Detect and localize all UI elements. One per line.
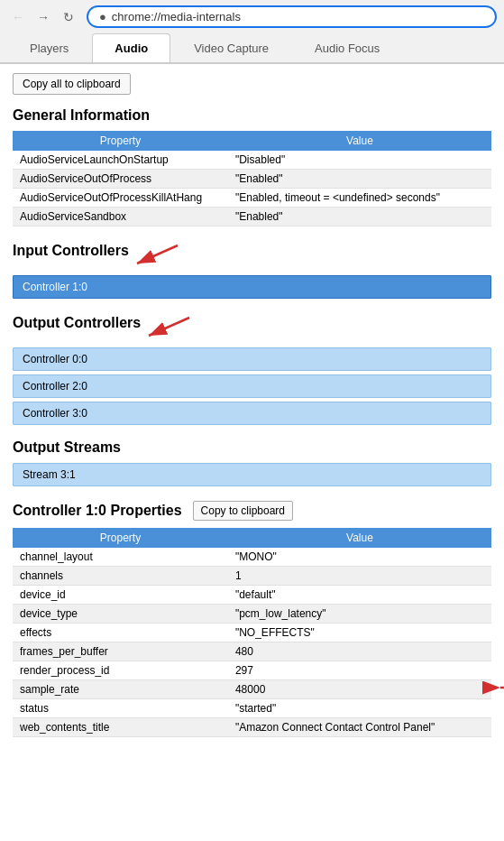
output-streams-heading: Output Streams <box>13 439 491 456</box>
value-cell: "NO_EFFECTS" <box>228 624 491 642</box>
property-cell: AudioServiceOutOfProcessKillAtHang <box>13 189 228 208</box>
table-row: device_id"default" <box>13 586 491 605</box>
value-cell: "pcm_low_latency" <box>228 605 491 624</box>
props-col-property: Property <box>13 528 228 548</box>
page-content: Copy all to clipboard General Informatio… <box>0 64 504 761</box>
output-controllers-heading: Output Controllers <box>13 315 141 331</box>
value-cell: "default" <box>228 586 491 605</box>
table-row: web_contents_title"Amazon Connect Contac… <box>13 718 491 737</box>
table-row: AudioServiceLaunchOnStartup"Disabled" <box>13 151 491 170</box>
property-cell: channel_layout <box>13 548 228 567</box>
table-row: channels1 <box>13 567 491 586</box>
table-row: AudioServiceOutOfProcess"Enabled" <box>13 170 491 189</box>
tab-players[interactable]: Players <box>7 33 91 62</box>
input-controllers-heading-row: Input Controllers <box>13 241 491 268</box>
tab-audio[interactable]: Audio <box>92 33 170 62</box>
props-title: Controller 1:0 Properties <box>13 503 182 519</box>
input-controller-item[interactable]: Controller 1:0 <box>13 275 491 299</box>
browser-toolbar: ← → ↻ ● <box>0 0 504 33</box>
output-streams-section: Output Streams Stream 3:1 <box>13 439 491 486</box>
table-row: render_process_id297 <box>13 661 491 680</box>
property-cell: AudioServiceLaunchOnStartup <box>13 151 228 170</box>
stream-item[interactable]: Stream 3:1 <box>13 463 491 486</box>
input-controllers-list: Controller 1:0 <box>13 275 491 299</box>
input-controllers-heading: Input Controllers <box>13 243 129 259</box>
property-cell: channels <box>13 567 228 586</box>
property-cell: render_process_id <box>13 661 228 680</box>
general-info-col-property: Property <box>13 131 228 151</box>
value-cell: "Enabled" <box>228 208 491 226</box>
output-controllers-arrow <box>144 313 198 340</box>
value-cell: "Enabled, timeout = <undefined> seconds" <box>228 189 491 208</box>
table-row: status"started" <box>13 699 491 718</box>
input-controllers-arrow <box>133 241 187 268</box>
property-cell: frames_per_buffer <box>13 642 228 661</box>
table-row: AudioServiceSandbox"Enabled" <box>13 208 491 226</box>
tab-audio-focus[interactable]: Audio Focus <box>292 33 402 62</box>
general-info-col-value: Value <box>228 131 491 151</box>
table-row: frames_per_buffer480 <box>13 642 491 661</box>
property-cell: device_id <box>13 586 228 605</box>
back-button[interactable]: ← <box>7 6 29 28</box>
value-cell: 48000 <box>228 680 491 699</box>
value-cell: 297 <box>228 661 491 680</box>
value-cell: "Disabled" <box>228 151 491 170</box>
general-info-section: General Information Property Value Audio… <box>13 107 491 226</box>
address-bar-container: ● <box>87 5 497 28</box>
property-cell: AudioServiceOutOfProcess <box>13 170 228 189</box>
property-cell: sample_rate <box>13 680 228 699</box>
output-controller-item[interactable]: Controller 0:0 <box>13 347 491 371</box>
copy-all-button[interactable]: Copy all to clipboard <box>13 73 131 95</box>
value-cell: 480 <box>228 642 491 661</box>
reload-button[interactable]: ↻ <box>58 6 79 28</box>
tab-bar: Players Audio Video Capture Audio Focus <box>0 33 504 63</box>
controller-props-table: Property Value channel_layout"MONO"chann… <box>13 528 491 737</box>
general-info-table: Property Value AudioServiceLaunchOnStart… <box>13 131 491 226</box>
sample-rate-arrow <box>496 679 504 697</box>
table-row: sample_rate48000 <box>13 680 491 699</box>
table-row: effects"NO_EFFECTS" <box>13 624 491 642</box>
tab-video-capture[interactable]: Video Capture <box>171 33 291 62</box>
value-cell: 1 <box>228 567 491 586</box>
table-row: device_type"pcm_low_latency" <box>13 605 491 624</box>
svg-line-3 <box>149 318 189 336</box>
property-cell: AudioServiceSandbox <box>13 208 228 226</box>
table-row: channel_layout"MONO" <box>13 548 491 567</box>
value-cell: "MONO" <box>228 548 491 567</box>
general-info-heading: General Information <box>13 107 491 124</box>
props-header: Controller 1:0 Properties Copy to clipbo… <box>13 501 491 521</box>
property-cell: effects <box>13 624 228 642</box>
value-cell: "Enabled" <box>228 170 491 189</box>
table-row: AudioServiceOutOfProcessKillAtHang"Enabl… <box>13 189 491 208</box>
input-controllers-section: Input Controllers Controller 1:0 <box>13 241 491 299</box>
forward-button[interactable]: → <box>32 6 54 28</box>
nav-buttons: ← → ↻ <box>7 6 79 28</box>
svg-line-1 <box>137 245 178 263</box>
value-cell: "Amazon Connect Contact Control Panel" <box>228 718 491 737</box>
output-controller-item[interactable]: Controller 3:0 <box>13 402 491 425</box>
output-streams-list: Stream 3:1 <box>13 463 491 486</box>
output-controllers-section: Output Controllers Controller 0:0Control… <box>13 313 491 425</box>
props-col-value: Value <box>228 528 491 548</box>
value-cell: "started" <box>228 699 491 718</box>
property-cell: device_type <box>13 605 228 624</box>
output-controllers-list: Controller 0:0Controller 2:0Controller 3… <box>13 347 491 425</box>
browser-chrome: ← → ↻ ● Players Audio Video Capture Audi… <box>0 0 504 64</box>
site-icon: ● <box>99 10 106 23</box>
output-controller-item[interactable]: Controller 2:0 <box>13 374 491 398</box>
copy-to-clipboard-button[interactable]: Copy to clipboard <box>193 501 293 521</box>
address-bar[interactable] <box>112 10 484 23</box>
output-controllers-heading-row: Output Controllers <box>13 313 491 340</box>
property-cell: status <box>13 699 228 718</box>
controller-properties-section: Controller 1:0 Properties Copy to clipbo… <box>13 501 491 737</box>
property-cell: web_contents_title <box>13 718 228 737</box>
